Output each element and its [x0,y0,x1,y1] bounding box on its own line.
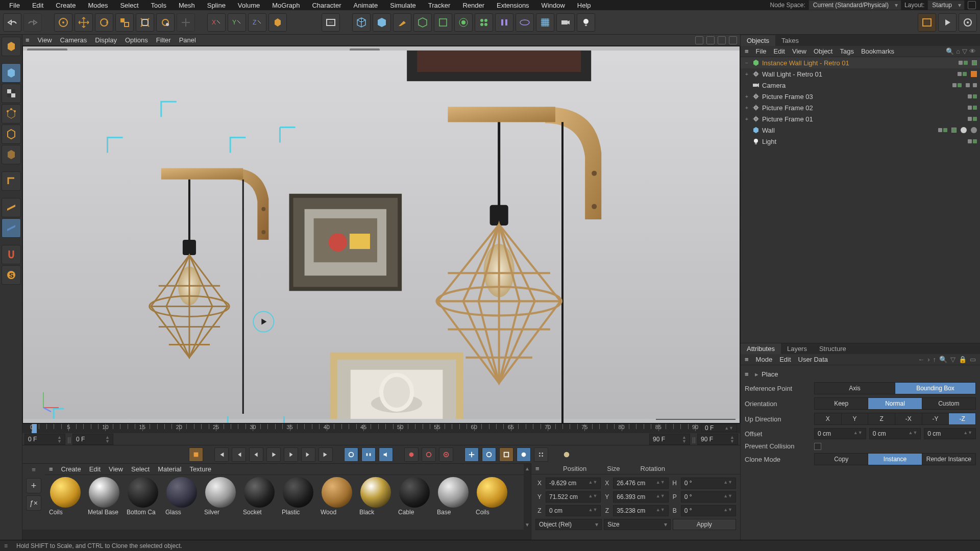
spline-pen-tool[interactable] [393,13,411,32]
generator-button[interactable] [413,13,432,32]
viewmenu-cameras[interactable]: Cameras [60,36,87,44]
tree-item-0[interactable]: −Instance Wall Light - Retro 01 [741,57,980,68]
deformer-button[interactable] [434,13,452,32]
live-select-tool[interactable] [54,13,72,32]
simulate-button[interactable] [516,13,534,32]
render-pv-button[interactable] [938,13,957,32]
axis-z-toggle[interactable]: Z [248,13,266,32]
pos-key-toggle[interactable] [464,447,479,462]
attrmenu-user data[interactable]: User Data [798,356,828,363]
keyframe-button[interactable] [422,447,436,462]
render-settings-button[interactable] [918,13,936,32]
menu-render[interactable]: Render [457,1,489,10]
pla-key-toggle[interactable] [534,447,548,462]
tab-objects[interactable]: Objects [741,35,775,46]
start-frame-field[interactable]: 0 F▲▼ [24,434,65,445]
tree-item-2[interactable]: Camera [741,80,980,91]
render-edit-button[interactable] [959,13,977,32]
play-button[interactable] [266,447,281,462]
pos-y-field[interactable]: 71.522 cm▲▼ [546,491,601,503]
axis-y-toggle[interactable]: Y [228,13,246,32]
material-function-button[interactable]: ƒ× [26,495,41,511]
rot-b-field[interactable]: 0 °▲▼ [681,505,736,516]
new-material-button[interactable]: + [26,478,41,493]
menu-file[interactable]: File [4,1,25,10]
points-mode[interactable] [2,104,21,123]
tree-item-4[interactable]: +Picture Frame 02 [741,102,980,113]
pos-x-field[interactable]: -9.629 cm▲▼ [546,478,601,489]
preview-end-field[interactable]: 90 F▲▼ [649,434,690,445]
material-10[interactable]: Base [435,477,472,528]
viewmenu-display[interactable]: Display [95,36,117,44]
menu-mograph[interactable]: MoGraph [267,1,305,10]
seg-up--z[interactable]: -Z [949,413,976,425]
scale-tool[interactable] [115,13,134,32]
attrtab-attributes[interactable]: Attributes [741,343,781,354]
scale-key-toggle[interactable] [499,447,513,462]
view-icon-4[interactable] [729,36,737,44]
offset-y-field[interactable]: 0 cm▲▼ [869,428,921,439]
menu-extensions[interactable]: Extensions [492,1,534,10]
seg-clone-instance[interactable]: Instance [868,453,922,465]
goto-end-button[interactable] [318,447,333,462]
matmenu-create[interactable]: Create [61,465,81,473]
menu-tools[interactable]: Tools [146,1,172,10]
loop-toggle[interactable] [344,447,358,462]
funnel-icon[interactable]: ▽ [950,356,955,363]
objmenu-tags[interactable]: Tags [840,47,853,55]
eye-icon[interactable]: 👁 [969,47,976,55]
material-0[interactable]: Coils [47,477,84,528]
matmenu-select[interactable]: Select [131,465,150,473]
matmenu-≡[interactable]: ≡ [49,465,53,473]
polygons-mode[interactable] [2,145,21,164]
objmenu-edit[interactable]: Edit [774,47,785,55]
viewport-solo-off[interactable] [2,198,21,217]
attrmenu-≡[interactable]: ≡ [745,356,749,363]
camera-button[interactable] [556,13,575,32]
matmenu-edit[interactable]: Edit [89,465,101,473]
rot-h-field[interactable]: 0 °▲▼ [681,478,736,489]
seg-up--y[interactable]: -Y [922,413,949,425]
attrtab-structure[interactable]: Structure [813,343,852,354]
objmenu-view[interactable]: View [792,47,806,55]
menu-window[interactable]: Window [536,1,570,10]
menu-help[interactable]: Help [572,1,596,10]
tree-item-3[interactable]: +Picture Frame 03 [741,91,980,102]
menu-simulate[interactable]: Simulate [385,1,421,10]
tree-item-7[interactable]: Light [741,136,980,147]
prev-key-button[interactable] [232,447,246,462]
seg-clone-render-instance[interactable]: Render Instance [922,453,976,465]
autokey-toggle[interactable] [189,447,203,462]
material-1[interactable]: Metal Base [86,477,122,528]
add-cube-button[interactable] [373,13,391,32]
seg-up--x[interactable]: -X [895,413,922,425]
coord-space-select[interactable]: Object (Rel) [535,519,602,530]
menu-mesh[interactable]: Mesh [174,1,200,10]
render-view-button[interactable] [322,13,340,32]
axis-x-toggle[interactable]: X [207,13,226,32]
apply-button[interactable]: Apply [673,519,736,530]
object-tree[interactable]: −Instance Wall Light - Retro 01+Wall Lig… [741,57,980,174]
viewmenu-filter[interactable]: Filter [156,36,171,44]
offset-z-field[interactable]: 0 cm▲▼ [924,428,976,439]
material-6[interactable]: Plastic [280,477,316,528]
prevent-collision-checkbox[interactable] [814,443,821,450]
viewmenu-view[interactable]: View [38,36,52,44]
lock-icon[interactable]: 🔒 [959,356,967,363]
menu-tracker[interactable]: Tracker [423,1,456,10]
key-interpolation-button[interactable] [559,447,574,462]
offset-x-field[interactable]: 0 cm▲▼ [814,428,866,439]
material-4[interactable]: Silver [202,477,239,528]
size-y-field[interactable]: 66.393 cm▲▼ [613,491,668,503]
material-2[interactable]: Bottom Ca [125,477,161,528]
back-icon[interactable]: ← [918,356,924,363]
menu-spline[interactable]: Spline [202,1,231,10]
seg-orient-custom[interactable]: Custom [922,397,976,410]
search-icon[interactable]: 🔍 [939,356,947,363]
material-7[interactable]: Wood [318,477,355,528]
seg-up-z[interactable]: Z [868,413,895,425]
scatter-tool[interactable] [177,13,195,32]
end-frame-field[interactable]: 90 F▲▼ [697,434,738,445]
viewmenu-panel[interactable]: Panel [179,36,196,44]
material-8[interactable]: Black [357,477,394,528]
